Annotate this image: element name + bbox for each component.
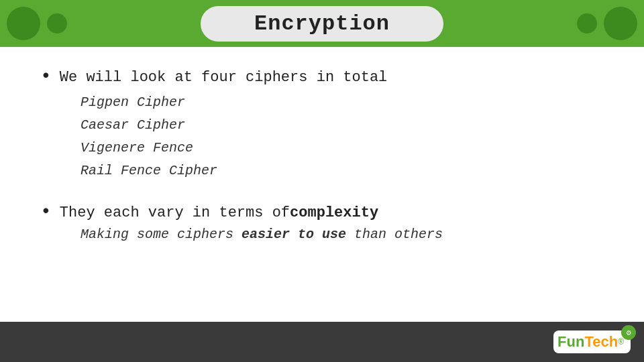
bullet-dot-1: •	[40, 67, 52, 86]
title-box: Encryption	[201, 6, 443, 42]
funtech-logo: Fun Tech ® ⚙	[553, 330, 631, 353]
logo-tech-text: Tech	[584, 333, 618, 351]
bullet-line-1: • We will look at four ciphers in total	[40, 67, 604, 86]
bullet-section-1: • We will look at four ciphers in total …	[40, 67, 604, 182]
bullet-section-2: • They each vary in terms of complexity …	[40, 202, 604, 242]
cipher-item-3: Vigenere Fence	[80, 137, 604, 160]
slide-title: Encryption	[254, 11, 390, 36]
bullet-dot-2: •	[40, 202, 52, 221]
logo-fun-text: Fun	[557, 333, 584, 351]
cipher-item-2: Caesar Cipher	[80, 114, 604, 137]
sub-note-after: than others	[346, 227, 443, 242]
cipher-item-4: Rail Fence Cipher	[80, 160, 604, 182]
deco-circle-right	[577, 13, 597, 34]
sub-note-bold: easier to use	[241, 227, 346, 242]
bullet2-text-before: They each vary in terms of	[60, 204, 290, 221]
sub-note-2: Making some ciphers easier to use than o…	[80, 227, 604, 242]
deco-circle-left	[47, 13, 67, 34]
sub-list-1: Pigpen Cipher Caesar Cipher Vigenere Fen…	[80, 91, 604, 182]
bullet1-text: We will look at four ciphers in total	[60, 69, 387, 86]
top-bar: Encryption	[0, 0, 644, 47]
bottom-bar: Fun Tech ® ⚙	[0, 322, 644, 362]
logo-dot-text: ®	[618, 337, 624, 347]
sub-note-before: Making some ciphers	[80, 227, 241, 242]
gear-icon: ⚙	[621, 325, 636, 340]
cipher-item-1: Pigpen Cipher	[80, 91, 604, 114]
complexity-word: complexity	[290, 204, 378, 221]
bullet-line-2: • They each vary in terms of complexity	[40, 202, 604, 221]
main-content: • We will look at four ciphers in total …	[0, 47, 644, 282]
